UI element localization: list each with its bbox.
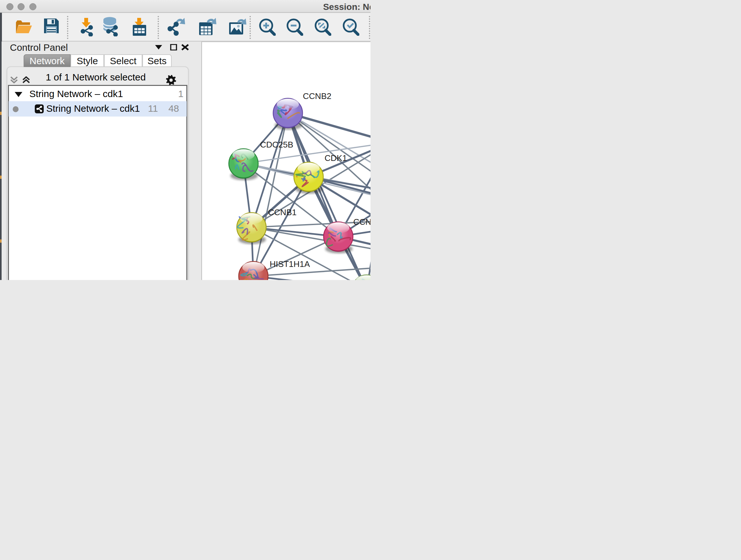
svg-text:CCNB1: CCNB1	[268, 207, 296, 217]
svg-text:HIST1H1A: HIST1H1A	[270, 259, 310, 269]
svg-text:CCNB2: CCNB2	[303, 91, 331, 101]
svg-text:CCNA2: CCNA2	[353, 217, 370, 227]
svg-text:CDC25B: CDC25B	[260, 140, 293, 149]
svg-text:CDK1: CDK1	[325, 153, 347, 163]
